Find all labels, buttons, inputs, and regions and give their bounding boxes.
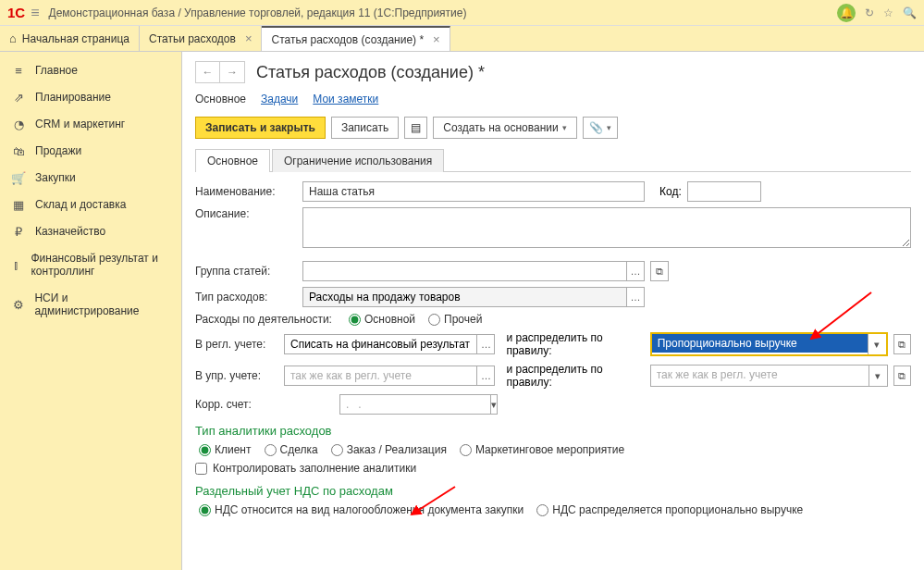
- attach-icon-button[interactable]: 📎▾: [583, 117, 618, 139]
- subnav-notes[interactable]: Мои заметки: [313, 93, 378, 105]
- tab-articles[interactable]: Статьи расходов ×: [140, 26, 263, 51]
- sidebar-icon: 🛒: [11, 171, 26, 185]
- tab-home[interactable]: ⌂ Начальная страница: [0, 26, 140, 51]
- itab-restrict[interactable]: Ограничение использования: [272, 149, 444, 172]
- sidebar-icon: ≡: [11, 64, 26, 78]
- star-icon[interactable]: ☆: [883, 6, 893, 19]
- analytics-section-title: Тип аналитики расходов: [195, 424, 911, 438]
- label-rule: и распределить по правилу:: [506, 331, 644, 357]
- sidebar-icon: ⇗: [11, 91, 26, 105]
- radio-nds-prop[interactable]: НДС распределяется пропорционально выруч…: [536, 503, 803, 516]
- toolbar: Записать и закрыть Записать ▤ Создать на…: [195, 117, 911, 139]
- sidebar-icon: ⚙: [11, 298, 25, 312]
- window-tabs: ⌂ Начальная страница Статьи расходов × С…: [0, 26, 924, 52]
- home-icon: ⌂: [9, 31, 17, 45]
- rule2-input[interactable]: [651, 366, 869, 384]
- ellipsis-button[interactable]: …: [476, 366, 495, 386]
- radio-deal[interactable]: Сделка: [265, 443, 318, 456]
- sidebar-label: Продажи: [35, 144, 81, 157]
- name-input[interactable]: [302, 181, 645, 202]
- type-input[interactable]: [302, 287, 626, 307]
- label-rule2: и распределить по правилу:: [506, 363, 644, 389]
- sidebar-icon: ◔: [11, 118, 26, 131]
- sidebar-label: Склад и доставка: [35, 198, 126, 211]
- create-based-label: Создать на основании: [443, 121, 559, 134]
- label-upr: В упр. учете:: [195, 369, 278, 382]
- itab-main[interactable]: Основное: [195, 149, 270, 172]
- open-button[interactable]: ⧉: [893, 334, 911, 354]
- hamburger-icon[interactable]: ≡: [31, 5, 39, 21]
- sidebar-item[interactable]: 🛍Продажи: [0, 138, 181, 165]
- sidebar-item[interactable]: ⇗Планирование: [0, 84, 181, 111]
- control-checkbox[interactable]: [195, 463, 207, 475]
- sidebar-item[interactable]: ▦Склад и доставка: [0, 192, 181, 218]
- close-icon[interactable]: ×: [245, 31, 253, 45]
- label-activity: Расходы по деятельности:: [195, 313, 343, 326]
- dropdown-button[interactable]: ▾: [869, 366, 887, 386]
- code-input[interactable]: [687, 181, 761, 202]
- sidebar-item[interactable]: ◔CRM и маркетинг: [0, 111, 181, 138]
- sidebar-label: Финансовый результат и контроллинг: [31, 252, 170, 279]
- save-close-button[interactable]: Записать и закрыть: [195, 117, 326, 139]
- sidebar-label: CRM и маркетинг: [35, 118, 125, 130]
- ellipsis-button[interactable]: …: [626, 261, 645, 281]
- sidebar-item[interactable]: ≡Главное: [0, 57, 181, 84]
- sidebar-item[interactable]: ⫿Финансовый результат и контроллинг: [0, 245, 181, 285]
- chevron-down-icon: ▾: [562, 123, 567, 132]
- inner-tabs: Основное Ограничение использования: [195, 148, 911, 172]
- tab-create-article[interactable]: Статья расходов (создание) * ×: [262, 26, 450, 51]
- korr-input[interactable]: [339, 394, 490, 415]
- radio-order[interactable]: Заказ / Реализация: [331, 443, 447, 456]
- radio-client[interactable]: Клиент: [199, 443, 252, 456]
- open-button[interactable]: ⧉: [893, 366, 911, 386]
- dropdown-button[interactable]: ▾: [490, 394, 498, 415]
- bell-icon[interactable]: 🔔: [837, 4, 856, 22]
- list-icon-button[interactable]: ▤: [404, 117, 427, 139]
- upr-input[interactable]: [284, 366, 476, 386]
- label-group: Группа статей:: [195, 265, 297, 278]
- sidebar: ≡Главное⇗Планирование◔CRM и маркетинг🛍Пр…: [0, 52, 182, 570]
- sidebar-icon: ▦: [11, 198, 26, 212]
- radio-nds-doc[interactable]: НДС относится на вид налогообложения док…: [199, 503, 524, 516]
- radio-activity-other[interactable]: Прочей: [428, 313, 482, 326]
- save-button[interactable]: Записать: [331, 117, 399, 139]
- regl-input[interactable]: [284, 334, 476, 354]
- rule-input[interactable]: [652, 334, 868, 353]
- topbar-actions: 🔔 ↻ ☆ 🔍: [837, 4, 917, 22]
- sidebar-label: Закупки: [35, 171, 76, 184]
- search-icon[interactable]: 🔍: [903, 6, 917, 19]
- sidebar-item[interactable]: ₽Казначейство: [0, 218, 181, 245]
- ellipsis-button[interactable]: …: [476, 334, 495, 354]
- history-icon[interactable]: ↻: [865, 6, 874, 19]
- tab-label: Статьи расходов: [149, 32, 236, 45]
- logo-1c: 1C: [7, 5, 25, 20]
- page-title: Статья расходов (создание) *: [256, 63, 485, 82]
- subnav-main[interactable]: Основное: [195, 93, 246, 105]
- open-button[interactable]: ⧉: [650, 261, 669, 281]
- close-icon[interactable]: ×: [433, 32, 440, 46]
- sidebar-label: Казначейство: [35, 225, 105, 238]
- content: ← → Статья расходов (создание) * Основно…: [182, 52, 924, 570]
- desc-textarea[interactable]: [302, 207, 911, 248]
- control-label: Контролировать заполнение аналитики: [213, 462, 416, 475]
- nav-forward[interactable]: →: [220, 62, 244, 82]
- topbar: 1C ≡ Демонстрационная база / Управление …: [0, 0, 924, 26]
- sidebar-label: НСИ и администрирование: [34, 291, 170, 318]
- subnav-tasks[interactable]: Задачи: [261, 93, 298, 105]
- nav-back[interactable]: ←: [196, 62, 220, 82]
- label-desc: Описание:: [195, 207, 297, 220]
- sidebar-item[interactable]: ⚙НСИ и администрирование: [0, 285, 181, 325]
- radio-activity-main[interactable]: Основной: [349, 313, 415, 326]
- group-input[interactable]: [302, 261, 626, 281]
- tab-label: Статья расходов (создание) *: [271, 33, 424, 46]
- label-type: Тип расходов:: [195, 291, 297, 304]
- dropdown-button[interactable]: ▾: [868, 334, 886, 354]
- radio-marketing[interactable]: Маркетинговое мероприятие: [460, 443, 624, 456]
- ellipsis-button[interactable]: …: [626, 287, 645, 307]
- create-based-button[interactable]: Создать на основании▾: [433, 117, 577, 139]
- sidebar-icon: ₽: [11, 225, 26, 239]
- sidebar-item[interactable]: 🛒Закупки: [0, 165, 181, 192]
- subnav: Основное Задачи Мои заметки: [195, 93, 911, 105]
- tab-home-label: Начальная страница: [22, 32, 129, 45]
- label-code: Код:: [659, 185, 682, 198]
